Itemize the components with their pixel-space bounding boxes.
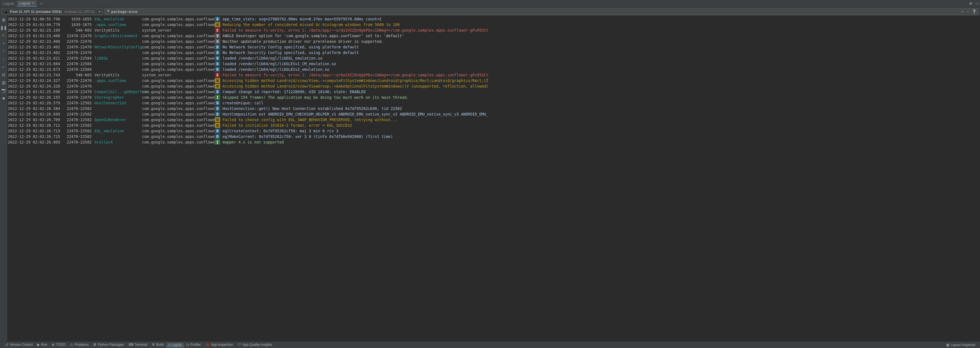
log-app: com.google.samples.apps.sunflower — [142, 67, 215, 72]
status-item-app-inspection[interactable]: 🐞App Inspection — [203, 343, 235, 346]
status-item-profiler[interactable]: ◷Profiler — [184, 343, 203, 346]
log-app: com.google.samples.apps.sunflower — [142, 111, 215, 117]
log-row[interactable]: 2022-12-29 02:02:26.80322470-22582Grallo… — [8, 139, 980, 145]
logcat-icon: ≡ — [168, 343, 170, 346]
status-item-todo[interactable]: ≣TODO — [49, 343, 68, 346]
log-pid-tid: 22470-22470 — [62, 83, 94, 89]
arrow-down-icon[interactable]: ↓ — [1, 56, 6, 62]
log-row[interactable]: 2022-12-29 02:02:23.40022470-22470com.go… — [8, 38, 980, 44]
status-item-layout-inspector[interactable]: ▦Layout Inspector — [944, 343, 978, 347]
log-message: Accessing hidden method Landroid/view/Vi… — [223, 78, 488, 83]
status-item-logcat[interactable]: ≡Logcat — [166, 343, 184, 347]
log-row[interactable]: 2022-12-29 02:02:23.40022470-22470Graphi… — [8, 33, 980, 38]
log-level-badge: D — [215, 89, 220, 94]
filter-input[interactable] — [111, 10, 959, 14]
log-app: com.google.samples.apps.sunflower — [142, 89, 215, 94]
trash-icon[interactable]: 🗑 — [1, 18, 6, 22]
minimize-icon[interactable]: — — [975, 2, 979, 6]
log-row[interactable]: 2022-12-29 02:02:26.15522470-22470Choreo… — [8, 94, 980, 100]
log-app: com.google.samples.apps.sunflower — [142, 106, 215, 111]
hammer-icon: ⚒ — [152, 343, 155, 346]
screenshot-icon[interactable]: 📷 — [1, 88, 6, 93]
log-row[interactable]: 2022-12-29 02:02:24.32822470-22470com.go… — [8, 83, 980, 89]
log-row[interactable]: 2022-12-29 02:02:23.40222470-22470com.go… — [8, 50, 980, 55]
terminal-icon: ⌨ — [129, 343, 133, 346]
log-row[interactable]: 2022-12-29 02:02:23.66422470-22584com.go… — [8, 61, 980, 67]
log-row[interactable]: 2022-12-29 02:02:26.71322470-22582EGL_em… — [8, 128, 980, 134]
log-row[interactable]: 2022-12-29 02:02:26.71122470-22582com.go… — [8, 123, 980, 128]
log-row[interactable]: 2022-12-29 02:02:26.69922470-22582com.go… — [8, 111, 980, 117]
log-row[interactable]: 2022-12-29 02:02:23.67322470-22584com.go… — [8, 67, 980, 72]
log-row[interactable]: 2022-12-29 02:02:24.32722470-22470.apps.… — [8, 78, 980, 83]
log-message: createUnique: call — [223, 100, 263, 106]
log-row[interactable]: 2022-12-29 01:00:55.7901639-1855EGL_emul… — [8, 16, 980, 22]
tool-tab-strip: Logcat: Logcat ✕ ＋ ⚙ — — [0, 0, 980, 7]
log-row[interactable]: 2022-12-29 02:02:23.62122470-22584libEGL… — [8, 55, 980, 61]
log-message: app_time_stats: avg=27989792.00ms min=8.… — [223, 16, 382, 22]
log-app: com.google.samples.apps.sunflower — [142, 134, 215, 139]
status-item-run[interactable]: ▶Run — [35, 343, 49, 346]
log-pid-tid: 546-603 — [62, 27, 94, 33]
log-tag: OpenGLRenderer — [94, 117, 142, 123]
status-item-version-control[interactable]: ⎇Version Control — [2, 343, 35, 346]
status-item-app-quality-insights[interactable]: 🛡App Quality Insights — [235, 343, 275, 346]
screen-record-icon[interactable]: ■ — [1, 96, 6, 101]
star-icon[interactable]: ☆ — [966, 10, 970, 14]
status-item-terminal[interactable]: ⌨Terminal — [126, 343, 150, 346]
log-row[interactable]: 2022-12-29 02:02:25.69022470-22470Compat… — [8, 89, 980, 94]
pause-icon[interactable]: ❚❚ — [1, 25, 6, 30]
log-level-badge: D — [215, 112, 220, 117]
log-timestamp: 2022-12-29 02:02:26.579 — [8, 100, 62, 106]
status-item-label: Build — [156, 343, 164, 346]
log-message: HostConnection::get() New Host Connectio… — [223, 106, 402, 111]
status-item-python-packages[interactable]: ⌘Python Packages — [91, 343, 126, 346]
log-output[interactable]: 2022-12-29 01:00:55.7901639-1855EGL_emul… — [7, 16, 980, 341]
arrow-up-icon[interactable]: ↑ — [1, 49, 6, 54]
log-timestamp: 2022-12-29 02:02:23.402 — [8, 44, 62, 50]
log-message: eglCreateContext: 0x7df95262cf50: maj 3 … — [223, 128, 339, 134]
log-timestamp: 2022-12-29 02:02:23.673 — [8, 67, 62, 72]
filter-input-wrap[interactable]: ⧩ ✕ ☆ ❔ — [105, 8, 978, 15]
soft-wrap-icon[interactable]: ↩ — [1, 64, 6, 69]
log-level-badge: D — [215, 128, 220, 133]
log-row[interactable]: 2022-12-29 02:02:23.199546-603VerityUtil… — [8, 27, 980, 33]
status-item-label: Python Packages — [98, 343, 124, 346]
log-row[interactable]: 2022-12-29 02:02:26.58422470-22582com.go… — [8, 106, 980, 111]
log-timestamp: 2022-12-29 02:02:26.713 — [8, 128, 62, 134]
gear-icon[interactable]: ⚙ — [969, 2, 972, 6]
layout-icon[interactable]: ▥ — [1, 80, 6, 85]
log-timestamp: 2022-12-29 02:02:23.199 — [8, 27, 62, 33]
log-pid-tid: 22470-22470 — [62, 44, 94, 50]
log-timestamp: 2022-12-29 02:02:23.664 — [8, 61, 62, 67]
tab-label: Logcat — [19, 1, 30, 5]
restart-icon[interactable]: ↻ — [1, 33, 6, 38]
log-row[interactable]: 2022-12-29 01:01:04.7701639-1675.apps.su… — [8, 22, 980, 27]
tab-logcat[interactable]: Logcat ✕ — [17, 0, 37, 7]
log-row[interactable]: 2022-12-29 02:02:26.71522470-22582com.go… — [8, 134, 980, 139]
log-app: com.google.samples.apps.sunflower — [142, 123, 215, 128]
close-icon[interactable]: ✕ — [32, 2, 34, 5]
log-pid-tid: 22470-22582 — [62, 134, 94, 139]
log-row[interactable]: 2022-12-29 02:02:26.57922470-22582HostCo… — [8, 100, 980, 106]
add-tab-button[interactable]: ＋ — [37, 1, 45, 6]
play-icon: ▶ — [37, 343, 40, 346]
log-app: com.google.samples.apps.sunflower — [142, 50, 215, 55]
log-app: com.google.samples.apps.sunflower — [142, 78, 215, 83]
clear-icon[interactable]: ✕ — [961, 10, 964, 14]
log-tag: EGL_emulation — [94, 128, 142, 134]
log-level-badge: V — [215, 39, 220, 44]
log-row[interactable]: 2022-12-29 02:02:23.40222470-22470Networ… — [8, 44, 980, 50]
status-item-build[interactable]: ⚒Build — [150, 343, 166, 346]
log-pid-tid: 22470-22584 — [62, 67, 94, 72]
split-icon[interactable]: ⊟ — [1, 72, 6, 77]
log-level-badge: I — [215, 95, 220, 100]
log-row[interactable]: 2022-12-29 02:02:26.70922470-22582OpenGL… — [8, 117, 980, 123]
help-icon[interactable]: ❔ — [972, 10, 976, 14]
status-item-problems[interactable]: ⚠Problems — [68, 343, 91, 346]
device-selector[interactable]: 📱 Pixel XL API 31 (emulator-5554) Androi… — [2, 8, 102, 15]
log-timestamp: 2022-12-29 02:02:23.621 — [8, 55, 62, 61]
log-row[interactable]: 2022-12-29 02:02:23.743546-603VerityUtil… — [8, 72, 980, 78]
log-message: Skipped 154 frames! The application may … — [223, 94, 409, 100]
config-icon[interactable]: ≡ — [1, 41, 6, 46]
log-pid-tid: 22470-22582 — [62, 100, 94, 106]
